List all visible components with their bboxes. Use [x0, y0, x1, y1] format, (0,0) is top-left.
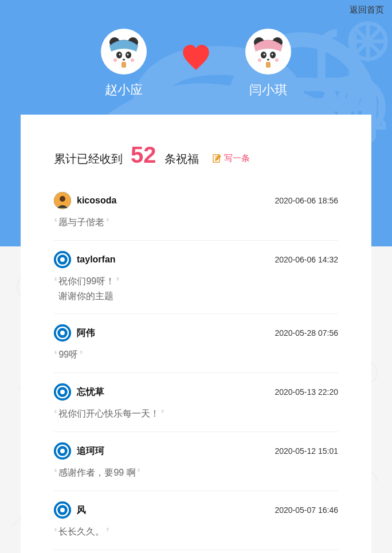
svg-point-14: [113, 58, 117, 62]
quote-open-icon: ‘‘: [54, 524, 55, 539]
svg-point-42: [60, 449, 65, 453]
svg-point-30: [60, 196, 65, 202]
comment-body: ‘‘祝你们99呀！ 谢谢你的主题’’: [54, 274, 338, 303]
svg-point-26: [275, 58, 279, 62]
commenter-name: 风: [77, 504, 275, 516]
quote-close-icon: ’’: [105, 524, 107, 539]
comment-text: 祝你们99呀！ 谢谢你的主题: [58, 274, 115, 303]
quote-open-icon: ‘‘: [54, 215, 55, 230]
count-suffix: 条祝福: [164, 151, 199, 167]
commenter-name: 追珂珂: [77, 445, 275, 457]
comment-text: 长长久久。: [58, 524, 104, 539]
comment-body: ‘‘99呀’’: [54, 347, 338, 362]
comment-body: ‘‘愿与子偕老’’: [54, 215, 338, 230]
commenter-name: kicosoda: [77, 195, 275, 206]
svg-point-39: [60, 390, 65, 394]
comment-text: 99呀: [58, 347, 78, 362]
comment-time: 2020-06-06 14:32: [275, 255, 338, 264]
write-link[interactable]: 写一条: [224, 153, 250, 164]
couple-section: 赵小应: [0, 0, 392, 99]
write-icon: [213, 154, 222, 163]
comment-item: 风2020-05-07 16:46‘‘长长久久。’’: [54, 491, 338, 550]
comment-body: ‘‘感谢作者，要99 啊’’: [54, 465, 338, 480]
commenter-avatar: [54, 251, 71, 268]
svg-point-45: [60, 508, 65, 512]
comment-body: ‘‘长长久久。’’: [54, 524, 338, 539]
person-right: 闫小琪: [245, 29, 291, 99]
svg-point-25: [258, 58, 261, 62]
count-number: 52: [131, 143, 156, 166]
svg-point-22: [264, 54, 265, 56]
avatar-left: [101, 29, 147, 74]
svg-point-12: [127, 54, 129, 56]
comment-item: sUN2020-05-06 18:30‘‘嗯，很漂亮，不错。加油吧！！！’’: [54, 550, 338, 553]
comment-item: 追珂珂2020-05-12 15:01‘‘感谢作者，要99 啊’’: [54, 432, 338, 491]
comment-list: kicosoda2020-06-06 18:56‘‘愿与子偕老’’taylorf…: [54, 182, 338, 553]
svg-rect-16: [121, 62, 126, 68]
svg-point-23: [272, 54, 273, 56]
svg-point-11: [119, 54, 121, 56]
svg-point-15: [131, 58, 134, 62]
comment-time: 2020-05-12 15:01: [275, 446, 338, 456]
count-prefix: 累计已经收到: [54, 151, 123, 167]
quote-open-icon: ‘‘: [54, 465, 55, 480]
commenter-avatar: [54, 501, 71, 519]
quote-close-icon: ’’: [137, 465, 138, 480]
person-left-name: 赵小应: [101, 81, 147, 99]
quote-open-icon: ‘‘: [54, 406, 55, 421]
commenter-avatar: [54, 192, 71, 209]
comment-item: 阿伟2020-05-28 07:56‘‘99呀’’: [54, 314, 338, 373]
commenter-name: taylorfan: [77, 254, 275, 265]
comment-item: 忘忧草2020-05-13 22:20‘‘祝你们开心快乐每一天！’’: [54, 373, 338, 432]
quote-open-icon: ‘‘: [54, 274, 55, 289]
count-header: 累计已经收到 52 条祝福 写一条: [54, 143, 338, 167]
comment-time: 2020-06-06 18:56: [275, 196, 338, 205]
back-home-link[interactable]: 返回首页: [350, 5, 384, 15]
svg-point-24: [267, 59, 269, 61]
quote-open-icon: ‘‘: [54, 347, 55, 362]
comment-item: taylorfan2020-06-06 14:32‘‘祝你们99呀！ 谢谢你的主…: [54, 241, 338, 314]
commenter-avatar: [54, 442, 71, 460]
quote-close-icon: ’’: [79, 347, 80, 362]
commenter-avatar: [54, 324, 71, 342]
comment-body: ‘‘祝你们开心快乐每一天！’’: [54, 406, 338, 421]
comment-text: 感谢作者，要99 啊: [58, 465, 135, 480]
person-right-name: 闫小琪: [245, 81, 291, 99]
svg-point-33: [60, 257, 65, 262]
commenter-name: 阿伟: [77, 327, 275, 339]
heart-icon: [181, 43, 211, 73]
quote-close-icon: ’’: [105, 215, 107, 230]
main-card: 累计已经收到 52 条祝福 写一条 kicosoda2020-06-06 18:…: [21, 115, 371, 553]
person-left: 赵小应: [101, 29, 147, 99]
comment-time: 2020-05-07 16:46: [275, 505, 338, 515]
commenter-name: 忘忧草: [77, 386, 275, 398]
quote-close-icon: ’’: [160, 406, 162, 421]
svg-point-13: [123, 59, 125, 61]
comment-text: 祝你们开心快乐每一天！: [58, 406, 159, 421]
comment-text: 愿与子偕老: [58, 215, 104, 230]
quote-close-icon: ’’: [116, 274, 117, 289]
svg-point-36: [60, 331, 65, 335]
commenter-avatar: [54, 383, 71, 401]
comment-item: kicosoda2020-06-06 18:56‘‘愿与子偕老’’: [54, 182, 338, 241]
comment-time: 2020-05-28 07:56: [275, 328, 338, 338]
comment-time: 2020-05-13 22:20: [275, 387, 338, 397]
avatar-right: [245, 29, 291, 74]
svg-rect-27: [266, 62, 271, 68]
